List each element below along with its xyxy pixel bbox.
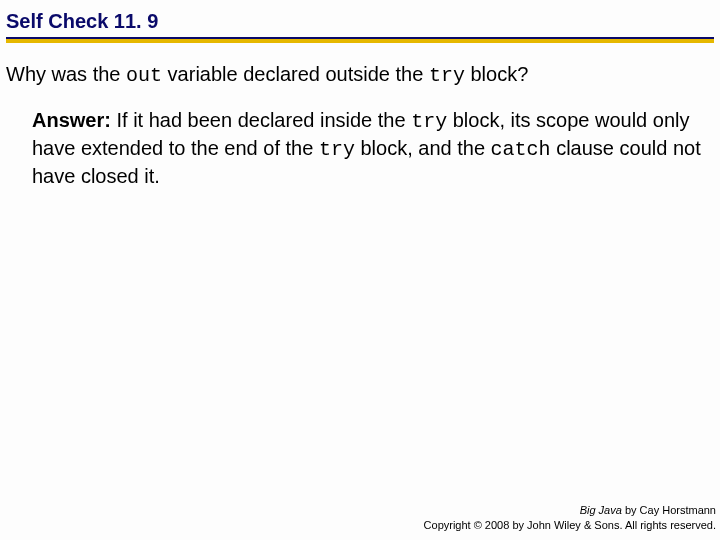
- answer-t3: block, and the: [355, 137, 491, 159]
- answer-t1: If it had been declared inside the: [111, 109, 411, 131]
- footer-line1: Big Java by Cay Horstmann: [424, 503, 716, 517]
- code-try-2: try: [411, 110, 447, 133]
- slide-footer: Big Java by Cay Horstmann Copyright © 20…: [424, 503, 716, 532]
- answer-text: Answer: If it had been declared inside t…: [32, 107, 704, 190]
- answer-block: Answer: If it had been declared inside t…: [6, 89, 714, 190]
- answer-label: Answer:: [32, 109, 111, 131]
- code-out: out: [126, 64, 162, 87]
- footer-by: by Cay Horstmann: [622, 504, 716, 516]
- code-try-3: try: [319, 138, 355, 161]
- footer-book: Big Java: [580, 504, 622, 516]
- question-pre: Why was the: [6, 63, 126, 85]
- slide-header: Self Check 11. 9: [0, 0, 720, 47]
- rule-gold: [6, 39, 714, 43]
- code-catch: catch: [491, 138, 551, 161]
- question-text: Why was the out variable declared outsid…: [6, 61, 714, 89]
- code-try: try: [429, 64, 465, 87]
- question-mid: variable declared outside the: [162, 63, 429, 85]
- slide-body: Why was the out variable declared outsid…: [0, 47, 720, 190]
- slide: Self Check 11. 9 Why was the out variabl…: [0, 0, 720, 540]
- question-post: block?: [465, 63, 528, 85]
- footer-copyright: Copyright © 2008 by John Wiley & Sons. A…: [424, 518, 716, 532]
- slide-title: Self Check 11. 9: [6, 10, 714, 33]
